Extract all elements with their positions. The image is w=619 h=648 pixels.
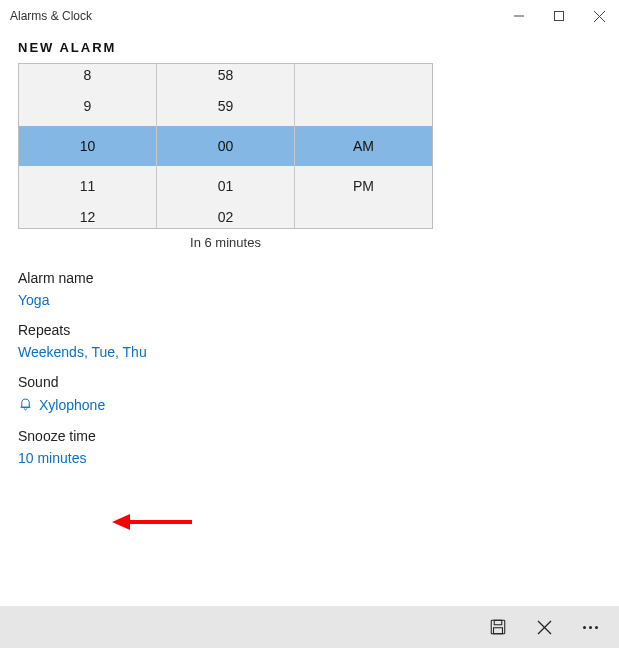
hour-option[interactable]: 11 [19,166,157,206]
hour-selected[interactable]: 10 [19,126,157,166]
hour-option[interactable]: 9 [19,86,157,126]
minute-option[interactable]: 59 [157,86,295,126]
save-button[interactable] [475,606,521,648]
time-picker[interactable]: 8 58 9 59 10 00 AM 11 01 PM 12 02 [18,63,433,229]
cancel-button[interactable] [521,606,567,648]
svg-marker-6 [112,514,130,530]
svg-rect-9 [494,628,503,634]
ampm-spacer [295,64,432,86]
hour-option[interactable]: 12 [19,206,157,228]
page-title: NEW ALARM [18,40,601,55]
minimize-button[interactable] [499,0,539,32]
sound-value-text: Xylophone [39,397,105,413]
alarm-name-label: Alarm name [18,270,601,286]
sound-label: Sound [18,374,601,390]
ampm-spacer [295,86,432,126]
snooze-value[interactable]: 10 minutes [18,450,601,466]
title-bar: Alarms & Clock [0,0,619,32]
ampm-selected[interactable]: AM [295,126,432,166]
repeats-label: Repeats [18,322,601,338]
close-window-button[interactable] [579,0,619,32]
ellipsis-icon [583,626,598,629]
svg-rect-8 [494,620,502,625]
command-bar [0,606,619,648]
sound-value[interactable]: Xylophone [18,396,601,414]
minute-option[interactable]: 01 [157,166,295,206]
annotation-arrow [112,510,192,538]
time-until-caption: In 6 minutes [18,229,433,262]
more-button[interactable] [567,606,613,648]
hour-option[interactable]: 8 [19,64,157,86]
alarm-name-value[interactable]: Yoga [18,292,601,308]
repeats-value[interactable]: Weekends, Tue, Thu [18,344,601,360]
minute-option[interactable]: 02 [157,206,295,228]
ampm-option[interactable]: PM [295,166,432,206]
svg-rect-1 [555,12,564,21]
maximize-button[interactable] [539,0,579,32]
window-title: Alarms & Clock [10,9,92,23]
bell-icon [18,396,33,414]
snooze-label: Snooze time [18,428,601,444]
minute-selected[interactable]: 00 [157,126,295,166]
minute-option[interactable]: 58 [157,64,295,86]
ampm-spacer [295,206,432,228]
